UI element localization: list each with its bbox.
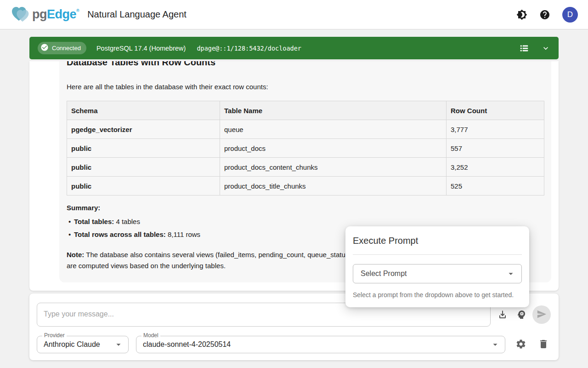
connection-expand-button[interactable] (541, 44, 550, 53)
cell-schema: public (67, 139, 220, 158)
download-icon (497, 309, 508, 320)
pgedge-wordmark: pgEdge® (32, 8, 79, 21)
summary-label: Summary: (67, 204, 544, 212)
connection-bar[interactable]: Connected PostgreSQL 17.4 (Homebrew) dpa… (29, 37, 559, 59)
help-button[interactable] (539, 9, 550, 20)
table-row: public product_docs 557 (67, 139, 544, 158)
settings-button[interactable] (515, 339, 526, 350)
dialog-divider (353, 254, 522, 255)
cell-schema: pgedge_vectorizer (67, 120, 220, 139)
table-row: public product_docs_content_chunks 3,252 (67, 158, 544, 177)
pgedge-logo[interactable]: pgEdge® (10, 4, 79, 25)
status-badge: Connected (38, 42, 86, 54)
provider-value: Anthropic Claude (44, 340, 113, 349)
psychology-icon (516, 309, 527, 320)
connection-list-button[interactable] (519, 43, 529, 53)
check-circle-icon (40, 43, 49, 53)
dark-mode-icon (516, 9, 527, 20)
chevron-down-icon (541, 44, 550, 53)
thinking-mode-button[interactable] (516, 309, 527, 320)
cell-row-count: 3,777 (447, 120, 544, 139)
provider-label: Provider (42, 333, 67, 338)
send-button[interactable] (532, 305, 551, 324)
message-intro: Here are all the tables in the database … (67, 82, 544, 92)
user-avatar[interactable]: D (562, 7, 578, 23)
dialog-helper-text: Select a prompt from the dropdown above … (353, 291, 522, 299)
queue-list-icon (519, 43, 529, 53)
server-version: PostgreSQL 17.4 (Homebrew) (96, 45, 186, 52)
list-item: Total tables: 4 tables (67, 217, 544, 226)
header-actions: D (516, 7, 578, 23)
provider-select[interactable]: Provider Anthropic Claude (37, 336, 129, 353)
dialog-title: Execute Prompt (353, 236, 522, 246)
dark-mode-toggle[interactable] (516, 9, 527, 20)
message-heading: Database Tables with Row Counts (67, 61, 544, 68)
column-header-table-name: Table Name (220, 101, 447, 120)
table-header-row: Schema Table Name Row Count (67, 101, 544, 120)
dropdown-arrow-icon (490, 339, 500, 350)
page-title: Natural Language Agent (87, 9, 187, 20)
prompt-select-value: Select Prompt (361, 270, 506, 278)
column-header-schema: Schema (67, 101, 220, 120)
app-header: pgEdge® Natural Language Agent D (0, 0, 588, 29)
cell-table-name: queue (220, 120, 447, 139)
cell-row-count: 3,252 (447, 158, 544, 177)
cell-table-name: product_docs_content_chunks (220, 158, 447, 177)
cell-schema: public (67, 177, 220, 196)
status-label: Connected (52, 45, 81, 52)
model-value: claude-sonnet-4-20250514 (143, 340, 490, 349)
cell-table-name: product_docs (220, 139, 447, 158)
model-label: Model (141, 333, 160, 338)
table-row: pgedge_vectorizer queue 3,777 (67, 120, 544, 139)
row-counts-table: Schema Table Name Row Count pgedge_vecto… (67, 101, 544, 196)
execute-prompt-dialog: Execute Prompt Select Prompt Select a pr… (345, 226, 529, 307)
column-header-row-count: Row Count (447, 101, 544, 120)
trash-icon (538, 339, 549, 350)
clear-chat-button[interactable] (538, 339, 549, 350)
prompt-select[interactable]: Select Prompt (353, 264, 522, 283)
app: pgEdge® Natural Language Agent D Connect… (0, 0, 588, 368)
pgedge-heart-icon (10, 4, 31, 25)
dropdown-arrow-icon (506, 269, 516, 279)
model-select[interactable]: Model claude-sonnet-4-20250514 (136, 336, 505, 353)
cell-schema: public (67, 158, 220, 177)
cell-table-name: product_docs_title_chunks (220, 177, 447, 196)
cell-row-count: 525 (447, 177, 544, 196)
settings-gear-icon (515, 339, 526, 350)
dropdown-arrow-icon (113, 339, 124, 350)
table-row: public product_docs_title_chunks 525 (67, 177, 544, 196)
help-icon (539, 9, 550, 20)
cell-row-count: 557 (447, 139, 544, 158)
connection-string: dpage@::1/128:5432/docloader (197, 45, 301, 52)
send-icon (537, 309, 547, 321)
export-chat-button[interactable] (497, 309, 508, 320)
